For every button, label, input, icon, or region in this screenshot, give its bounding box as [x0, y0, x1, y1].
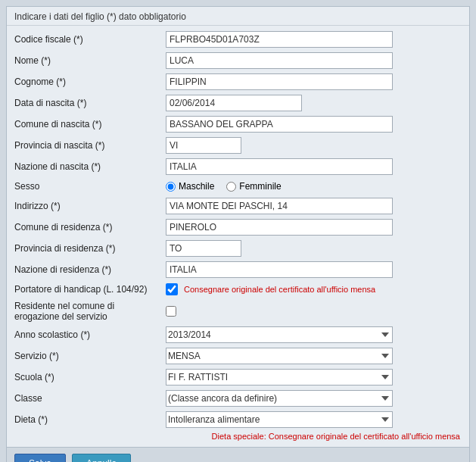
input-nazione-residenza[interactable] — [166, 261, 393, 278]
row-sesso: Sesso Maschile Femminile — [13, 177, 463, 195]
handicap-note: Consegnare originale del certificato all… — [184, 285, 375, 294]
row-residente: Residente nel comune di erogazione del s… — [13, 298, 463, 324]
row-nome: Nome (*) — [13, 50, 463, 71]
save-button[interactable]: Salva — [14, 454, 66, 462]
input-nazione-nascita[interactable] — [166, 158, 393, 175]
radio-femminile-label[interactable]: Femminile — [226, 181, 281, 192]
label-indirizzo: Indirizzo (*) — [14, 201, 166, 211]
row-nazione-nascita: Nazione di nascita (*) — [13, 156, 463, 177]
label-nazione-nascita: Nazione di nascita (*) — [14, 161, 166, 172]
form-body: Codice fiscale (*) Nome (*) Cognome (*) … — [7, 26, 469, 447]
input-cognome[interactable] — [166, 73, 393, 90]
dieta-note: Dieta speciale: Consegnare originale del… — [212, 432, 460, 441]
label-codice-fiscale: Codice fiscale (*) — [14, 34, 166, 45]
row-classe: Classe (Classe ancora da definire) — [13, 388, 463, 409]
input-data-nascita[interactable] — [166, 95, 302, 111]
label-scuola: Scuola (*) — [14, 372, 166, 382]
row-comune-nascita: Comune di nascita (*) — [13, 114, 463, 135]
select-servizio[interactable]: MENSA — [166, 348, 393, 364]
radio-group-sesso: Maschile Femminile — [166, 181, 282, 192]
input-indirizzo[interactable] — [166, 198, 393, 214]
checkbox-handicap[interactable] — [166, 283, 178, 295]
cancel-button[interactable]: Annulla — [72, 454, 131, 462]
label-nome: Nome (*) — [14, 55, 166, 66]
row-anno-scolastico: Anno scolastico (*) 2013/2014 — [13, 324, 463, 345]
form-header: Indicare i dati del figlio (*) dato obbl… — [7, 7, 469, 26]
label-sesso: Sesso — [14, 181, 166, 192]
row-indirizzo: Indirizzo (*) — [13, 195, 463, 217]
radio-maschile[interactable] — [166, 182, 176, 192]
select-classe[interactable]: (Classe ancora da definire) — [166, 390, 393, 407]
row-nazione-residenza: Nazione di residenza (*) — [13, 259, 463, 280]
label-dieta: Dieta (*) — [14, 414, 166, 425]
row-provincia-residenza: Provincia di residenza (*) — [13, 238, 463, 259]
select-dieta[interactable]: Intolleranza alimentare — [166, 411, 393, 428]
form-footer: Salva Annulla — [7, 447, 469, 462]
row-servizio: Servizio (*) MENSA — [13, 345, 463, 367]
label-comune-residenza: Comune di residenza (*) — [14, 222, 166, 233]
radio-femminile-text: Femminile — [239, 181, 281, 192]
row-dieta-note: Dieta speciale: Consegnare originale del… — [13, 430, 463, 444]
label-provincia-residenza: Provincia di residenza (*) — [14, 243, 166, 254]
label-servizio: Servizio (*) — [14, 351, 166, 361]
row-dieta: Dieta (*) Intolleranza alimentare — [13, 409, 463, 430]
label-anno-scolastico: Anno scolastico (*) — [14, 329, 166, 340]
input-comune-residenza[interactable] — [166, 219, 393, 236]
label-residente: Residente nel comune di erogazione del s… — [14, 301, 166, 322]
select-anno-scolastico[interactable]: 2013/2014 — [166, 326, 393, 343]
select-scuola[interactable]: FI F. RATTISTI — [166, 369, 393, 386]
row-data-nascita: Data di nascita (*) — [13, 92, 463, 114]
input-nome[interactable] — [166, 52, 393, 69]
input-provincia-nascita[interactable] — [166, 137, 241, 154]
row-provincia-nascita: Provincia di nascita (*) — [13, 135, 463, 156]
label-handicap: Portatore di handicap (L. 104/92) — [14, 284, 166, 295]
radio-femminile[interactable] — [226, 182, 236, 192]
label-cognome: Cognome (*) — [14, 76, 166, 87]
label-nazione-residenza: Nazione di residenza (*) — [14, 264, 166, 275]
checkbox-residente[interactable] — [166, 306, 176, 317]
form-title: Indicare i dati del figlio (*) dato obbl… — [14, 11, 186, 22]
label-data-nascita: Data di nascita (*) — [14, 98, 166, 108]
input-comune-nascita[interactable] — [166, 116, 393, 133]
row-codice-fiscale: Codice fiscale (*) — [13, 29, 463, 50]
row-handicap: Portatore di handicap (L. 104/92) Conseg… — [13, 280, 463, 298]
label-provincia-nascita: Provincia di nascita (*) — [14, 140, 166, 151]
radio-maschile-label[interactable]: Maschile — [166, 181, 214, 192]
label-comune-nascita: Comune di nascita (*) — [14, 119, 166, 130]
input-provincia-residenza[interactable] — [166, 240, 241, 257]
radio-maschile-text: Maschile — [179, 181, 214, 192]
form-container: Indicare i dati del figlio (*) dato obbl… — [6, 6, 470, 462]
row-scuola: Scuola (*) FI F. RATTISTI — [13, 367, 463, 388]
label-classe: Classe — [14, 393, 166, 404]
row-cognome: Cognome (*) — [13, 71, 463, 92]
input-codice-fiscale[interactable] — [166, 31, 393, 48]
row-comune-residenza: Comune di residenza (*) — [13, 217, 463, 238]
